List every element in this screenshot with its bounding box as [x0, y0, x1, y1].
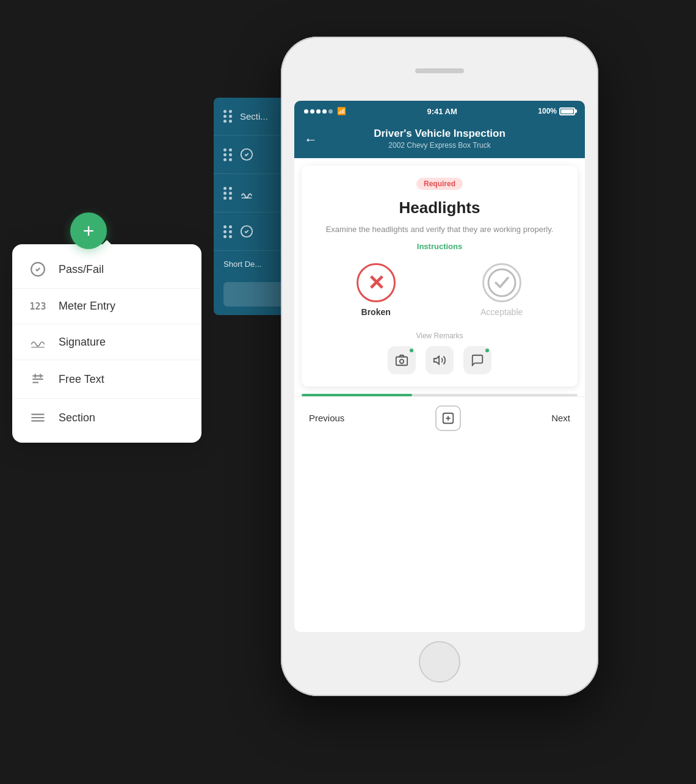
pass-fail-label: Pass/Fail [59, 263, 104, 276]
required-badge: Required [416, 178, 463, 190]
fail-label: Broken [361, 307, 391, 317]
remarks-label: View Remarks [314, 332, 565, 340]
pass-option[interactable]: Acceptable [480, 263, 523, 317]
text-svg [30, 371, 46, 387]
audio-button[interactable] [426, 346, 454, 374]
panel-section-label: Secti... [240, 111, 268, 122]
status-bar: 📶 9:41 AM 100% [294, 101, 585, 122]
check-icon-2 [240, 225, 253, 238]
previous-button[interactable]: Previous [309, 413, 344, 423]
meter-entry-label: Meter Entry [59, 300, 115, 313]
pass-fail-row: ✕ Broken Acceptable [314, 263, 565, 317]
lines-svg [30, 410, 46, 426]
remarks-section: View Remarks [314, 332, 565, 374]
signature-icon-popup [29, 335, 46, 349]
popup-item-section[interactable]: Section [12, 399, 201, 437]
app-subtitle: 2002 Chevy Express Box Truck [304, 141, 575, 150]
check-circle-icon [30, 261, 46, 277]
battery-label: 100% [538, 107, 557, 115]
bottom-nav: Previous Next [294, 396, 585, 440]
message-dot [484, 347, 490, 354]
drag-handle-3 [223, 225, 233, 238]
photo-dot [408, 347, 415, 354]
message-icon [471, 354, 484, 367]
signal-dot-2 [310, 109, 314, 114]
message-button[interactable] [463, 346, 491, 374]
add-item-popup: Pass/Fail 123 Meter Entry Signature [12, 244, 201, 443]
popup-item-meter-entry[interactable]: 123 Meter Entry [12, 289, 201, 324]
drag-handle-2 [223, 187, 233, 200]
drag-handle [223, 110, 233, 123]
popup-item-free-text[interactable]: Free Text [12, 360, 201, 399]
home-button[interactable] [419, 641, 460, 683]
signature-svg [30, 335, 46, 349]
add-item-button[interactable]: + [70, 212, 107, 249]
check-icon-1 [240, 148, 253, 161]
status-time: 9:41 AM [427, 107, 457, 116]
popup-item-pass-fail[interactable]: Pass/Fail [12, 250, 201, 289]
svg-marker-6 [434, 356, 439, 364]
speaker [415, 68, 464, 73]
signal-dot-3 [316, 109, 321, 114]
signature-icon [240, 186, 253, 200]
pass-icon [482, 263, 521, 302]
pass-fail-icon [29, 261, 46, 277]
signal-dot-4 [322, 109, 327, 114]
drag-handle-1 [223, 148, 233, 161]
svg-rect-4 [396, 357, 407, 365]
next-button[interactable]: Next [551, 413, 570, 423]
app-header: ← Driver's Vehicle Inspection 2002 Chevy… [294, 122, 585, 158]
popup-item-signature[interactable]: Signature [12, 324, 201, 360]
phone-screen: 📶 9:41 AM 100% ← Driver's Vehicle Inspec… [294, 101, 585, 632]
plus-icon: + [83, 220, 95, 242]
battery-area: 100% [538, 107, 575, 115]
free-text-label: Free Text [59, 373, 104, 386]
signature-label: Signature [59, 336, 106, 349]
section-label: Section [59, 412, 95, 424]
section-icon [29, 410, 46, 426]
phone-device: 📶 9:41 AM 100% ← Driver's Vehicle Inspec… [281, 37, 598, 696]
signal-dot-1 [304, 109, 308, 114]
free-text-icon [29, 371, 46, 387]
signal-area: 📶 [304, 107, 346, 115]
pass-check-svg [487, 268, 517, 297]
add-note-button[interactable] [435, 405, 461, 431]
fail-option[interactable]: ✕ Broken [357, 263, 396, 317]
pass-label: Acceptable [480, 307, 523, 317]
photo-icon [395, 354, 408, 367]
fail-icon: ✕ [357, 263, 396, 302]
meter-entry-icon: 123 [29, 301, 46, 312]
media-buttons [314, 346, 565, 374]
svg-point-3 [488, 269, 515, 296]
wifi-icon: 📶 [337, 107, 346, 115]
add-note-icon [441, 412, 455, 425]
inspection-card: Required Headlights Examine the headligh… [302, 165, 578, 387]
back-button[interactable]: ← [304, 132, 317, 148]
app-title: Driver's Vehicle Inspection [304, 128, 575, 140]
instructions-link[interactable]: Instructions [314, 242, 565, 251]
card-description: Examine the headlights and verify that t… [314, 223, 565, 236]
signal-dot-5 [328, 109, 333, 114]
x-mark: ✕ [368, 272, 385, 293]
card-title: Headlights [314, 198, 565, 217]
battery-fill [561, 109, 573, 114]
battery-bar [559, 107, 575, 115]
svg-point-5 [400, 359, 404, 363]
photo-button[interactable] [388, 346, 416, 374]
audio-icon [433, 354, 446, 367]
